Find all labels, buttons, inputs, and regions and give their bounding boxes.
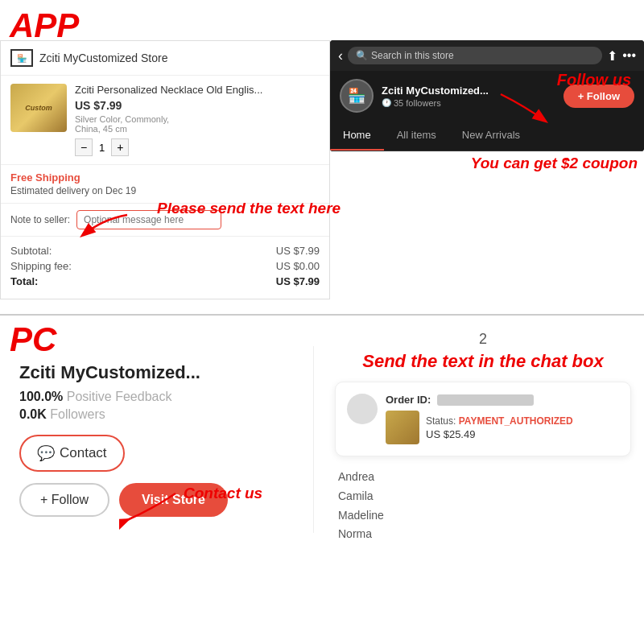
shipping-row: Shipping fee: US $0.00 [10,260,320,272]
chat-product-image [386,411,419,444]
product-info: Zciti Personalized Necklace Old Englis..… [75,84,320,156]
search-text: Search in this store [371,50,454,61]
arrow-to-note [71,211,135,243]
names-list: Andrea Camila Madeline Norma [335,468,631,544]
chat-status-value: PAYMENT_AUTHORIZED [459,415,573,427]
search-box[interactable]: 🔍 Search in this store [348,47,602,64]
pc-followers-cnt: 0.0K [19,407,47,421]
pc-contact-label: Contact [60,445,107,461]
subtotal-value: US $7.99 [276,245,320,257]
chat-order-id-blurred [437,394,534,406]
free-shipping-label: Free Shipping [10,171,320,184]
chat-content: Order ID: Status: PAYMENT_AUTHORIZED US … [386,394,619,444]
section2-label: 2 [335,331,631,348]
share-icon[interactable]: ⬆ [607,48,617,64]
app-store-nav: Home All items New Arrivals [330,121,644,151]
app-label: APP [10,6,79,45]
chat-status-text: Status: PAYMENT_AUTHORIZED [426,415,619,427]
note-label: Note to seller: [10,214,70,225]
chat-icon: 💬 [37,444,55,462]
qty-decrease-button[interactable]: − [75,138,93,156]
left-checkout-panel: 🏪 Zciti MyCustomized Store Custom Zciti … [0,40,330,299]
product-image: Custom [10,84,67,132]
total-label: Total: [10,275,38,287]
follow-us-annotation: Follow us [557,71,631,89]
nav-home[interactable]: Home [330,121,384,151]
pc-feedback-label: Positive Feedback [67,390,172,403]
subtotal-row: Subtotal: US $7.99 [10,245,320,257]
clock-icon: 🕐 [382,98,391,107]
pc-store-name: Zciti MyCustomized... [19,362,294,383]
name-4: Norma [338,525,631,544]
right-app-store-panel: ‹ 🔍 Search in this store ⬆ ••• 🏪 Zciti M… [330,40,644,151]
qty-value: 1 [99,142,105,154]
pc-feedback-pct: 100.0% [19,390,63,403]
shipping-fee-label: Shipping fee: [10,260,72,272]
store-icon: 🏪 [10,49,33,67]
arrow-to-follow [493,90,557,130]
pc-contact-button[interactable]: 💬 Contact [19,435,125,472]
chat-status-row: Status: PAYMENT_AUTHORIZED US $25.49 [386,411,619,444]
pc-follow-button[interactable]: + Follow [19,483,109,517]
chat-status-info: Status: PAYMENT_AUTHORIZED US $25.49 [426,415,619,440]
chat-card: Order ID: Status: PAYMENT_AUTHORIZED US … [335,382,631,456]
more-icon[interactable]: ••• [622,48,636,63]
chat-order-label: Order ID: [386,394,431,406]
section-divider [0,314,644,316]
chat-price: US $25.49 [426,428,619,440]
product-title: Zciti Personalized Necklace Old Englis..… [75,84,320,96]
delivery-text: Estimated delivery on Dec 19 [10,185,320,196]
totals-section: Subtotal: US $7.99 Shipping fee: US $0.0… [1,237,329,299]
name-2: Camila [338,487,631,506]
pc-followers: 0.0K Followers [19,407,294,422]
quantity-control: − 1 + [75,138,320,156]
pc-followers-label: Followers [50,407,105,421]
product-details: Silver Color, Commonly,China, 45 cm [75,114,320,134]
qty-increase-button[interactable]: + [111,138,129,156]
store-header: 🏪 Zciti MyCustomized Store [1,41,329,76]
arrow-to-contact [119,489,184,530]
send-chat-label: Send the text in the chat box [335,351,631,372]
coupon-annotation: You can get $2 coupon [471,155,638,172]
contact-us-annotation: Contact us [184,485,262,502]
nav-all-items[interactable]: All items [384,121,449,151]
search-icon: 🔍 [356,50,368,61]
pc-feedback: 100.0% Positive Feedback [19,390,294,404]
name-3: Madeline [338,506,631,526]
store-name: Zciti MyCustomized Store [39,52,167,64]
please-send-annotation: Please send the text here [157,200,341,217]
shipping-section: Free Shipping Estimated delivery on Dec … [1,165,329,204]
chat-avatar [347,394,378,424]
total-value: US $7.99 [276,275,320,287]
product-price: US $7.99 [75,99,320,112]
chat-order-row: Order ID: [386,394,619,406]
subtotal-label: Subtotal: [10,245,52,257]
store-topbar: ‹ 🔍 Search in this store ⬆ ••• [330,40,644,71]
total-row: Total: US $7.99 [10,275,320,287]
name-1: Andrea [338,468,631,487]
pc-right-section: 2 Send the text in the chat box Order ID… [322,318,644,557]
product-row: Custom Zciti Personalized Necklace Old E… [1,76,329,165]
app-store-avatar: 🏪 [340,79,374,113]
back-icon[interactable]: ‹ [338,47,343,64]
shipping-fee-value: US $0.00 [276,260,320,272]
